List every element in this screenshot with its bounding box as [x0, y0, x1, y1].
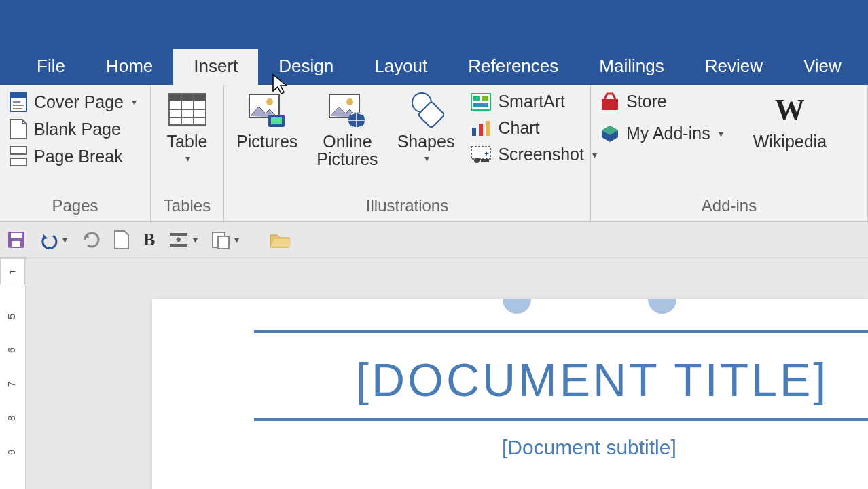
tab-design[interactable]: Design — [258, 49, 354, 85]
tables-group-label: Tables — [158, 195, 217, 218]
screenshot-button[interactable]: + Screenshot ▾ — [468, 143, 599, 166]
store-label: Store — [626, 92, 667, 111]
tab-layout[interactable]: Layout — [354, 49, 448, 85]
spacing-icon — [168, 230, 189, 249]
svg-rect-4 — [13, 108, 22, 109]
svg-rect-23 — [473, 96, 480, 101]
svg-rect-28 — [486, 121, 490, 136]
svg-rect-35 — [11, 233, 22, 238]
svg-point-14 — [266, 98, 273, 105]
svg-text:+: + — [484, 149, 489, 159]
page-break-icon — [10, 146, 27, 166]
redo-button[interactable] — [81, 230, 100, 249]
svg-rect-40 — [218, 236, 229, 249]
smartart-button[interactable]: SmartArt — [468, 90, 599, 113]
svg-rect-33 — [602, 99, 618, 110]
svg-rect-1 — [10, 92, 26, 98]
folder-icon — [269, 231, 291, 249]
svg-rect-3 — [13, 105, 24, 106]
tab-mailings[interactable]: Mailings — [579, 49, 684, 85]
undo-icon — [39, 230, 58, 249]
paste-button[interactable]: ▾ — [211, 230, 239, 250]
blank-page-label: Blank Page — [34, 120, 121, 139]
svg-point-18 — [346, 98, 353, 105]
pictures-button[interactable]: Pictures — [231, 90, 303, 150]
new-doc-icon — [113, 230, 130, 250]
blank-page-icon — [10, 119, 27, 139]
addins-group-label: Add-ins — [598, 195, 861, 218]
title-rule-top — [254, 330, 868, 333]
tab-file[interactable]: File — [16, 49, 86, 85]
save-icon — [7, 230, 26, 249]
pictures-icon — [247, 90, 287, 128]
tab-view[interactable]: View — [783, 49, 862, 85]
open-button[interactable] — [269, 231, 291, 249]
title-rule-bottom — [254, 418, 868, 421]
wikipedia-button[interactable]: W Wikipedia — [748, 90, 832, 150]
online-pictures-button[interactable]: OnlinePictures — [311, 90, 383, 168]
tab-insert[interactable]: Insert — [173, 49, 258, 85]
wikipedia-label: Wikipedia — [753, 132, 827, 150]
smartart-label: SmartArt — [498, 92, 565, 111]
ruler-corner: ⌐ — [0, 258, 25, 285]
cover-page-label: Cover Page — [34, 92, 124, 112]
document-title-placeholder[interactable]: [DOCUMENT TITLE] — [356, 353, 829, 406]
dropdown-icon: ▾ — [62, 234, 67, 245]
dropdown-icon: ▾ — [132, 96, 137, 107]
page-break-label: Page Break — [34, 147, 123, 166]
svg-rect-36 — [12, 241, 20, 247]
tab-home[interactable]: Home — [86, 49, 173, 85]
table-icon — [167, 90, 208, 128]
save-button[interactable] — [7, 230, 26, 249]
svg-point-30 — [474, 158, 480, 163]
page-break-button[interactable]: Page Break — [7, 145, 139, 168]
quick-access-toolbar: ▾ B ▾ ▾ — [0, 222, 868, 258]
my-addins-label: My Add-ins — [626, 124, 710, 143]
illustrations-group-label: Illustrations — [231, 195, 583, 218]
svg-rect-27 — [479, 124, 483, 136]
document-subtitle-placeholder[interactable]: [Document subtitle] — [502, 436, 676, 459]
tab-review[interactable]: Review — [685, 49, 783, 85]
smartart-icon — [471, 93, 491, 111]
dropdown-icon: ▾ — [234, 234, 239, 245]
table-label: Table — [167, 132, 208, 150]
svg-rect-24 — [482, 96, 488, 101]
store-button[interactable]: Store — [598, 90, 726, 113]
shapes-label: Shapes — [397, 132, 455, 150]
online-pictures-icon — [327, 90, 367, 128]
chart-label: Chart — [498, 118, 539, 138]
my-addins-button[interactable]: My Add-ins ▾ — [598, 122, 726, 145]
svg-rect-38 — [170, 244, 187, 247]
svg-rect-2 — [13, 101, 20, 103]
vertical-ruler[interactable]: 5 6 7 8 9 — [0, 285, 25, 489]
bold-button[interactable]: B — [143, 230, 155, 250]
decorative-quote-icon — [503, 299, 531, 314]
shapes-button[interactable]: Shapes ▾ — [392, 90, 460, 164]
paste-icon — [211, 230, 230, 250]
cover-page-icon — [10, 92, 27, 112]
undo-button[interactable]: ▾ — [39, 230, 67, 249]
new-doc-button[interactable] — [113, 230, 130, 250]
svg-rect-25 — [473, 103, 488, 107]
chart-icon — [471, 120, 491, 137]
tab-references[interactable]: References — [448, 49, 579, 85]
svg-rect-16 — [271, 117, 282, 124]
table-button[interactable]: Table ▾ — [162, 90, 213, 164]
ruler-vertical-area: ⌐ 5 6 7 8 9 — [0, 258, 26, 489]
shapes-icon — [405, 90, 446, 128]
chart-button[interactable]: Chart — [468, 117, 599, 139]
dropdown-icon: ▾ — [193, 234, 198, 245]
document-area[interactable]: [DOCUMENT TITLE] [Document subtitle] — [26, 258, 868, 489]
cover-page-button[interactable]: Cover Page ▾ — [7, 90, 139, 113]
blank-page-button[interactable]: Blank Page — [7, 117, 139, 141]
dropdown-icon: ▾ — [719, 128, 723, 139]
pages-group-label: Pages — [7, 195, 143, 218]
store-icon — [600, 92, 619, 111]
spacing-button[interactable]: ▾ — [168, 230, 198, 249]
addins-icon — [600, 124, 619, 143]
screenshot-icon: + — [471, 146, 491, 164]
screenshot-label: Screenshot — [498, 145, 583, 164]
svg-rect-5 — [10, 147, 26, 154]
document-page[interactable]: [DOCUMENT TITLE] [Document subtitle] — [152, 299, 868, 489]
ribbon-tabs: File Home Insert Design Layout Reference… — [0, 48, 868, 85]
